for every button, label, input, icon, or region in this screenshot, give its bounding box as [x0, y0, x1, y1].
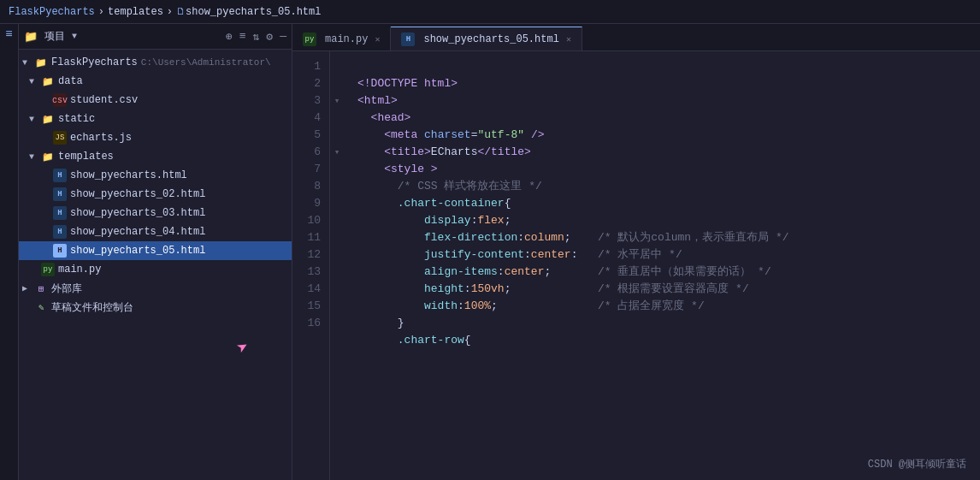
tab-show-html5[interactable]: H show_pyecharts_05.html ✕: [391, 27, 582, 50]
tree-item-echarts-js[interactable]: JS echarts.js: [19, 128, 292, 147]
toolbar-action-icons: ⊕ ≡ ⇅ ⚙ —: [226, 30, 286, 44]
tree-label-html3: show_pyecharts_03.html: [70, 207, 205, 219]
arrow-templates: ▼: [29, 152, 41, 162]
tree-label-data: data: [58, 75, 83, 87]
arrow-root: ▼: [22, 58, 34, 68]
line-12: align-items:center; /* 垂直居中（如果需要的话） */: [357, 265, 771, 278]
watermark: CSDN @侧耳倾听童话: [868, 457, 966, 471]
breadcrumb-sep-1: ›: [98, 6, 104, 18]
tree-label-html1: show_pyecharts.html: [70, 169, 187, 181]
libs-icon: ⊞: [34, 281, 48, 295]
toolbar-project-label: 项目: [44, 29, 65, 44]
tree-path-root: C:\Users\Administrator\: [141, 57, 271, 68]
html-icon-5: H: [53, 244, 67, 258]
arrow-static: ▼: [29, 115, 41, 124]
tree-item-drafts[interactable]: ✎ 草稿文件和控制台: [19, 298, 292, 317]
line-num-7: 7: [292, 161, 321, 178]
tab-main-py[interactable]: py main.py ✕: [292, 27, 391, 50]
folder-icon-root: 📁: [34, 56, 48, 69]
folder-icon-templates: 📁: [41, 150, 55, 163]
arrow-external-libs: ▶: [22, 283, 34, 293]
line-8: .chart-container{: [357, 197, 511, 210]
code-content[interactable]: <!DOCTYPE html> <html> <head> <meta char…: [344, 51, 980, 480]
line-num-9: 9: [292, 195, 321, 212]
tree-item-external-libs[interactable]: ▶ ⊞ 外部库: [19, 279, 292, 298]
tree-label-drafts: 草稿文件和控制台: [51, 300, 133, 315]
fold-arrow-6[interactable]: ▾: [330, 144, 344, 161]
line-11: justify-content:center: /* 水平居中 */: [357, 248, 682, 261]
tree-label-html4: show_pyecharts_04.html: [70, 226, 205, 238]
tree-label-static: static: [58, 113, 95, 125]
line-num-13: 13: [292, 264, 321, 281]
line-num-8: 8: [292, 178, 321, 195]
python-icon-main: py: [41, 263, 55, 276]
html-icon-2: H: [53, 187, 67, 201]
file-tree-panel: 📁 项目 ▼ ⊕ ≡ ⇅ ⚙ — ▼ 📁 FlaskPyecharts C:\U…: [19, 24, 292, 480]
sort-icon[interactable]: ⇅: [253, 30, 260, 44]
tree-item-student-csv[interactable]: csv student.csv: [19, 91, 292, 110]
tree-item-main-py[interactable]: py main.py: [19, 260, 292, 279]
line-num-1: 1: [292, 58, 321, 75]
drafts-icon: ✎: [34, 300, 48, 314]
tab-bar: py main.py ✕ H show_pyecharts_05.html ✕: [292, 24, 980, 51]
code-editor: 1 2 3 4 5 6 7 8 9 10 11 12 13 14 15 16 ▾…: [292, 51, 980, 480]
tree-item-html5-active[interactable]: H show_pyecharts_05.html: [19, 241, 292, 260]
breadcrumb-icon: 🗋: [176, 6, 186, 17]
line-num-5: 5: [292, 127, 321, 144]
js-icon: JS: [53, 131, 67, 145]
line-num-11: 11: [292, 229, 321, 246]
tab-html-icon: H: [401, 33, 415, 46]
breadcrumb-sep-2: ›: [167, 6, 173, 18]
left-sidebar-gutter: ≡: [0, 24, 19, 480]
line-num-16: 16: [292, 315, 321, 332]
editor-area: py main.py ✕ H show_pyecharts_05.html ✕ …: [292, 24, 980, 480]
fold-gutter: ▾ ▾: [330, 51, 344, 480]
arrow-data: ▼: [29, 77, 41, 86]
line-num-15: 15: [292, 298, 321, 315]
tree-item-templates[interactable]: ▼ 📁 templates: [19, 147, 292, 166]
line-9: display:flex;: [357, 214, 511, 227]
tree-label-external-libs: 外部库: [51, 281, 82, 296]
breadcrumb-folder[interactable]: templates: [108, 6, 163, 18]
tree-item-html3[interactable]: H show_pyecharts_03.html: [19, 204, 292, 222]
tree-label-student-csv: student.csv: [70, 94, 138, 106]
sidebar-toggle-icon[interactable]: ≡: [3, 27, 16, 41]
line-num-10: 10: [292, 212, 321, 229]
tree-item-static[interactable]: ▼ 📁 static: [19, 110, 292, 128]
settings-icon[interactable]: ⚙: [266, 30, 273, 44]
tree-label-main-py: main.py: [58, 264, 101, 276]
tree-label-templates: templates: [58, 151, 114, 163]
tab-python-icon: py: [303, 33, 316, 46]
tab-main-py-close[interactable]: ✕: [375, 34, 380, 44]
folder-icon: 📁: [24, 30, 38, 44]
line-num-14: 14: [292, 281, 321, 298]
toolbar-dropdown-icon[interactable]: ▼: [72, 32, 77, 41]
collapse-icon[interactable]: ≡: [239, 30, 246, 44]
tree-item-html2[interactable]: H show_pyecharts_02.html: [19, 185, 292, 204]
tree-item-root[interactable]: ▼ 📁 FlaskPyecharts C:\Users\Administrato…: [19, 53, 292, 72]
line-16: .chart-row{: [357, 334, 471, 347]
line-1: <!DOCTYPE html>: [357, 77, 458, 90]
html-icon-1: H: [53, 169, 67, 182]
line-13: height:150vh; /* 根据需要设置容器高度 */: [357, 282, 749, 295]
tab-html5-close[interactable]: ✕: [566, 34, 571, 44]
line-6: <style >: [357, 163, 438, 175]
fold-arrow-3[interactable]: ▾: [330, 92, 344, 110]
breadcrumb-project[interactable]: FlaskPyecharts: [9, 6, 95, 18]
tree-label-html2: show_pyecharts_02.html: [70, 188, 205, 200]
tab-html5-label: show_pyecharts_05.html: [423, 33, 558, 45]
tree-label-echarts-js: echarts.js: [70, 132, 132, 144]
html-icon-3: H: [53, 206, 67, 220]
tree-item-data[interactable]: ▼ 📁 data: [19, 72, 292, 91]
minimize-icon[interactable]: —: [280, 30, 286, 44]
file-tree-content: ▼ 📁 FlaskPyecharts C:\Users\Administrato…: [19, 50, 292, 480]
line-num-6: 6: [292, 144, 321, 161]
line-num-3: 3: [292, 92, 321, 110]
tree-item-html1[interactable]: H show_pyecharts.html: [19, 166, 292, 185]
line-3: <head>: [357, 111, 410, 124]
folder-icon-data: 📁: [41, 74, 55, 88]
add-icon[interactable]: ⊕: [226, 30, 233, 44]
line-2: <html>: [357, 94, 398, 107]
line-numbers: 1 2 3 4 5 6 7 8 9 10 11 12 13 14 15 16: [292, 51, 330, 480]
tree-item-html4[interactable]: H show_pyecharts_04.html: [19, 222, 292, 241]
